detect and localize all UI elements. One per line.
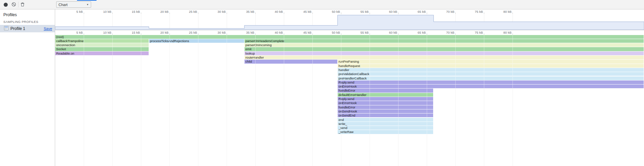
flame-chart-pane: 5 kB10 kB15 kB20 kB25 kB30 kB35 kB40 kB4… — [55, 9, 644, 166]
ruler-tick-label: 15 kB — [120, 10, 140, 13]
ruler-tick-label: 65 kB — [406, 31, 426, 34]
ruler-tick-label: 60 kB — [377, 10, 397, 13]
flame-frame[interactable]: handleError — [338, 89, 433, 92]
ruler-tick-label: 10 kB — [91, 31, 111, 34]
flame-frame[interactable]: defaultErrorHandler — [338, 93, 433, 97]
ruler-tick-label: 30 kB — [205, 31, 226, 34]
sidebar-title: Profiles — [3, 12, 17, 17]
clear-button[interactable] — [10, 1, 17, 8]
active-tab-indicator — [77, 0, 97, 1]
gridline — [398, 35, 399, 166]
ruler-tick-label: 35 kB — [234, 10, 254, 13]
gridline — [84, 35, 84, 166]
flame-frame[interactable]: runPreParsing — [338, 60, 644, 63]
flame-frame[interactable]: onconnection — [55, 43, 149, 47]
delete-profile-button[interactable] — [19, 1, 26, 8]
profile-item-selected[interactable]: Profile 1 Save — [0, 25, 55, 32]
ruler-tick-label: 45 kB — [291, 31, 311, 34]
ruler-tick-label: 55 kB — [348, 31, 369, 34]
overview-silhouette — [55, 14, 644, 30]
flame-frame[interactable]: (root) — [55, 35, 644, 39]
ruler-tick-label: 20 kB — [148, 10, 168, 13]
ruler-tick-label: 40 kB — [263, 31, 283, 34]
ruler-tick-label: 15 kB — [120, 31, 140, 34]
flame-frame[interactable]: onErrorHook — [338, 85, 644, 88]
gridline — [198, 35, 198, 166]
gridline — [169, 35, 170, 166]
ruler-tick-label: 75 kB — [463, 10, 483, 13]
overview-shape — [55, 15, 644, 30]
flame-frame[interactable]: preHandlerCallback — [338, 76, 644, 80]
flame-frame[interactable]: routeHandler — [244, 56, 644, 59]
flame-frame[interactable]: parserOnHeadersComplete — [244, 39, 644, 43]
flame-frame[interactable]: callbackTrampoline — [55, 39, 149, 43]
trash-icon — [20, 2, 25, 8]
gridline — [513, 35, 513, 166]
profiler-toolbar: Chart ▼ — [0, 0, 644, 9]
flame-chart[interactable]: (root)callbackTrampolineprocessTicksAndR… — [55, 35, 644, 166]
toolbar-separator — [18, 2, 18, 7]
ruler-tick-label: 65 kB — [406, 10, 426, 13]
flame-frame[interactable]: parserOnIncoming — [244, 43, 644, 47]
gridline — [312, 35, 313, 166]
profile-icon — [4, 26, 8, 32]
ruler-tick-label: 70 kB — [434, 31, 454, 34]
allocation-overview[interactable]: 5 kB10 kB15 kB20 kB25 kB30 kB35 kB40 kB4… — [55, 9, 644, 30]
flame-frame[interactable]: Socket — [55, 47, 149, 51]
flame-frame[interactable]: preValidationCallback — [338, 72, 644, 76]
flame-frame[interactable]: processTicksAndRejections — [149, 39, 244, 43]
flame-frame[interactable]: handleRequest — [338, 64, 644, 68]
gridline — [227, 35, 227, 166]
ruler-tick-label: 40 kB — [263, 10, 283, 13]
flame-frame[interactable]: Reply.send — [338, 80, 644, 84]
flame-frame[interactable]: emit — [244, 47, 644, 51]
ruler-tick-label: 50 kB — [320, 31, 340, 34]
ruler-tick-label: 80 kB — [491, 10, 512, 13]
ruler-tick-label: 70 kB — [434, 10, 454, 13]
ruler-tick-label: 5 kB — [63, 31, 83, 34]
memory-profiler-panel: Chart ▼ Profiles SAMPLING PROFILES Profi… — [0, 0, 644, 166]
flame-ruler: 5 kB10 kB15 kB20 kB25 kB30 kB35 kB40 kB4… — [55, 30, 644, 35]
ruler-tick-label: 25 kB — [177, 10, 197, 13]
gridline — [427, 35, 427, 166]
record-icon — [4, 3, 8, 7]
save-profile-link[interactable]: Save — [44, 27, 52, 31]
flame-frame[interactable]: handler — [338, 68, 644, 72]
flame-frame[interactable]: onSendHook — [338, 109, 433, 113]
flame-frame[interactable]: lookup — [244, 52, 644, 55]
gridline — [141, 35, 141, 166]
flame-frame[interactable]: _send — [338, 126, 433, 130]
profile-name: Profile 1 — [10, 26, 44, 31]
flame-frame[interactable]: _writeRaw — [338, 130, 433, 134]
ruler-tick-label: 20 kB — [148, 31, 168, 34]
flame-frame[interactable]: Readable.on — [55, 52, 149, 55]
flame-frame[interactable]: onSendEnd — [338, 113, 433, 117]
ruler-tick-label: 75 kB — [463, 31, 483, 34]
flame-frame[interactable]: handleError — [338, 105, 433, 109]
ruler-tick-label: 45 kB — [291, 10, 311, 13]
flame-frame[interactable]: child — [244, 60, 337, 63]
ruler-tick-label: 30 kB — [205, 10, 226, 13]
view-mode-select[interactable]: Chart ▼ — [56, 1, 91, 8]
sampling-profiles-heading: SAMPLING PROFILES — [3, 20, 38, 24]
gridline — [341, 35, 341, 166]
ruler-tick-label: 5 kB — [63, 10, 83, 13]
gridline — [455, 35, 456, 166]
ruler-tick-label: 80 kB — [491, 31, 512, 34]
profiles-sidebar: Profiles SAMPLING PROFILES Profile 1 Sav… — [0, 9, 55, 166]
ruler-tick-label: 25 kB — [177, 31, 197, 34]
ruler-tick-label: 10 kB — [91, 10, 111, 13]
overview-ruler: 5 kB10 kB15 kB20 kB25 kB30 kB35 kB40 kB4… — [55, 9, 644, 14]
gridline — [112, 35, 113, 166]
flame-frame[interactable]: onErrorHook — [338, 101, 433, 105]
chevron-down-icon: ▼ — [86, 3, 89, 6]
ruler-tick-label: 55 kB — [348, 10, 369, 13]
flame-frame[interactable]: end — [338, 118, 433, 122]
record-button[interactable] — [2, 1, 9, 8]
clear-icon — [11, 2, 16, 8]
ruler-tick-label: 60 kB — [377, 31, 397, 34]
gridline — [370, 35, 370, 166]
flame-frame[interactable]: Reply.send — [338, 97, 433, 101]
flame-frame[interactable]: write_ — [338, 122, 433, 126]
gridline — [255, 35, 256, 166]
